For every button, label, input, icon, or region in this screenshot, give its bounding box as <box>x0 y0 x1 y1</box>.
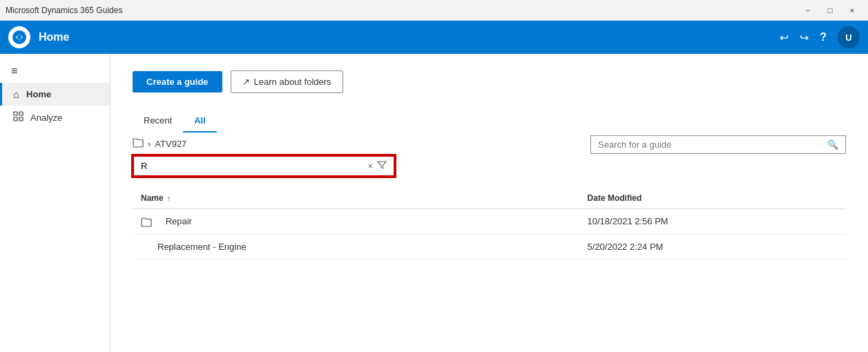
search-input[interactable] <box>598 139 827 150</box>
table-row[interactable]: Repair 10/18/2021 2:56 PM <box>133 209 846 235</box>
redo-button[interactable]: ↪ <box>800 31 809 44</box>
main-content: Create a guide ↗ Learn about folders 🔍 R… <box>110 54 868 352</box>
maximize-button[interactable]: □ <box>820 3 840 17</box>
table-header: Name ↑ Date Modified <box>133 188 846 209</box>
svg-rect-5 <box>19 117 23 121</box>
app-header: Home ↩ ↪ ? U <box>0 21 868 54</box>
hamburger-button[interactable]: ≡ <box>0 59 110 83</box>
titlebar-title: Microsoft Dynamics 365 Guides <box>6 6 798 15</box>
titlebar: Microsoft Dynamics 365 Guides − □ × <box>0 0 868 21</box>
titlebar-controls: − □ × <box>798 3 862 17</box>
search-box: 🔍 <box>590 135 846 154</box>
sort-asc-icon: ↑ <box>167 195 171 202</box>
breadcrumb-separator: › <box>148 139 151 149</box>
table-body: Repair 10/18/2021 2:56 PM Replacement - … <box>133 209 846 260</box>
dynamics-logo-icon <box>12 30 27 45</box>
avatar[interactable]: U <box>838 26 860 48</box>
close-button[interactable]: × <box>842 3 862 17</box>
filter-input[interactable] <box>141 161 367 171</box>
svg-rect-2 <box>14 112 17 115</box>
sidebar-item-analyze[interactable]: Analyze <box>0 106 110 129</box>
main-layout: ≡ ⌂ Home Analyze Create a guide ↗ Le <box>0 54 868 352</box>
table-cell-date-1: 5/20/2022 2:24 PM <box>311 234 846 259</box>
header-actions: ↩ ↪ ? U <box>780 26 860 48</box>
filter-input-wrapper: × <box>133 155 395 177</box>
sidebar-item-analyze-label: Analyze <box>30 113 62 123</box>
table-row[interactable]: Replacement - Engine 5/20/2022 2:24 PM <box>133 234 846 259</box>
filter-actions: × <box>367 160 387 172</box>
undo-button[interactable]: ↩ <box>780 31 789 44</box>
learn-folders-button[interactable]: ↗ Learn about folders <box>231 70 343 93</box>
svg-rect-3 <box>19 112 23 115</box>
sidebar: ≡ ⌂ Home Analyze <box>0 54 110 352</box>
table-cell-date-0: 10/18/2021 2:56 PM <box>311 209 846 235</box>
analyze-icon <box>13 111 23 124</box>
home-icon: ⌂ <box>13 88 19 100</box>
svg-rect-4 <box>14 117 17 121</box>
create-guide-button[interactable]: Create a guide <box>133 71 222 92</box>
sidebar-item-home-label: Home <box>26 89 51 99</box>
folder-icon <box>133 138 144 150</box>
help-button[interactable]: ? <box>820 31 827 43</box>
undo-icon: ↩ <box>780 31 789 44</box>
minimize-button[interactable]: − <box>798 3 818 17</box>
svg-point-1 <box>17 35 21 39</box>
table-header-row: Name ↑ Date Modified <box>133 188 846 209</box>
data-table: Name ↑ Date Modified <box>133 188 846 260</box>
tab-recent[interactable]: Recent <box>133 110 183 133</box>
help-icon: ? <box>820 31 827 43</box>
app-logo <box>8 26 30 48</box>
top-actions: Create a guide ↗ Learn about folders <box>133 70 846 93</box>
search-icon: 🔍 <box>827 139 838 150</box>
redo-icon: ↪ <box>800 31 809 44</box>
col-date-modified[interactable]: Date Modified <box>311 188 846 209</box>
table-cell-name: Repair <box>133 209 311 235</box>
table-cell-name-1: Replacement - Engine <box>133 234 311 259</box>
tab-all[interactable]: All <box>183 110 217 133</box>
tabs: Recent All <box>133 110 846 133</box>
filter-clear-icon[interactable]: × <box>367 161 373 171</box>
breadcrumb-path: ATV927 <box>155 139 186 149</box>
col-name[interactable]: Name ↑ <box>133 188 311 209</box>
search-area: 🔍 <box>590 135 846 154</box>
header-title: Home <box>39 31 771 43</box>
external-link-icon: ↗ <box>242 77 250 87</box>
row-folder-icon <box>141 216 160 226</box>
sidebar-item-home[interactable]: ⌂ Home <box>0 83 110 106</box>
filter-funnel-icon[interactable] <box>377 160 387 172</box>
